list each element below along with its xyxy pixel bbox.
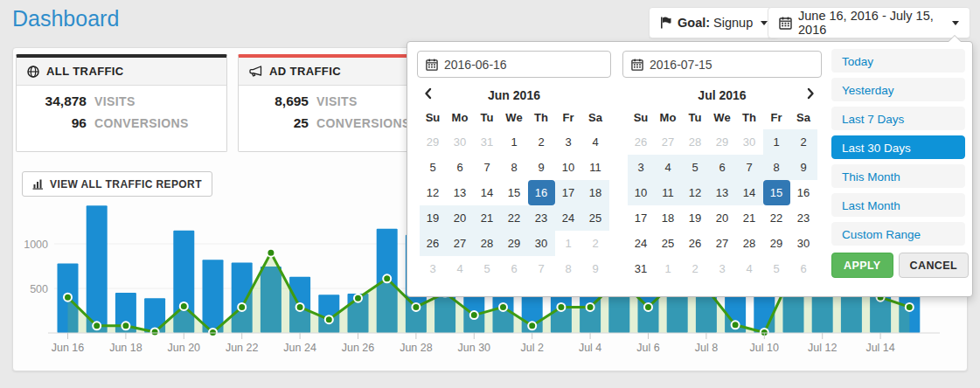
next-month-icon[interactable]: [807, 87, 815, 100]
calendar-day[interactable]: 28: [682, 129, 709, 155]
calendar-day[interactable]: 4: [582, 129, 609, 155]
calendar-day[interactable]: 13: [447, 180, 474, 205]
calendar-day[interactable]: 22: [501, 205, 528, 231]
calendar-day[interactable]: 24: [555, 205, 582, 231]
calendar-day[interactable]: 31: [628, 256, 655, 281]
calendar-day[interactable]: 18: [582, 180, 609, 205]
calendar-day[interactable]: 7: [474, 155, 501, 180]
calendar-day[interactable]: 1: [555, 231, 582, 256]
calendar-day-selected[interactable]: 15: [763, 180, 790, 205]
calendar-day[interactable]: 7: [736, 155, 763, 180]
calendar-day[interactable]: 25: [582, 205, 609, 231]
calendar-day[interactable]: 28: [736, 231, 763, 256]
calendar-day[interactable]: 11: [655, 180, 682, 205]
range-item-this-month[interactable]: This Month: [831, 164, 965, 188]
calendar-day[interactable]: 7: [528, 256, 555, 281]
calendar-day[interactable]: 29: [709, 129, 736, 155]
calendar-day[interactable]: 24: [628, 231, 655, 256]
view-all-traffic-report-button[interactable]: VIEW ALL TRAFFIC REPORT: [22, 171, 212, 197]
prev-month-icon[interactable]: [424, 87, 432, 100]
calendar-day[interactable]: 5: [474, 256, 501, 281]
range-item-today[interactable]: Today: [831, 49, 965, 73]
calendar-day[interactable]: 10: [555, 155, 582, 180]
calendar-day[interactable]: 12: [420, 180, 447, 205]
calendar-day[interactable]: 4: [655, 155, 682, 180]
calendar-day[interactable]: 8: [555, 256, 582, 281]
range-item-last-7-days[interactable]: Last 7 Days: [831, 107, 965, 130]
calendar-day[interactable]: 6: [709, 155, 736, 180]
calendar-day[interactable]: 4: [447, 256, 474, 281]
calendar-day[interactable]: 5: [682, 155, 709, 180]
calendar-day[interactable]: 6: [447, 155, 474, 180]
calendar-day[interactable]: 2: [682, 256, 709, 281]
calendar-day[interactable]: 3: [628, 155, 655, 180]
calendar-day[interactable]: 23: [528, 205, 555, 231]
calendar-day[interactable]: 30: [736, 129, 763, 155]
calendar-day[interactable]: 18: [655, 205, 682, 231]
calendar-day[interactable]: 25: [655, 231, 682, 256]
calendar-day[interactable]: 27: [709, 231, 736, 256]
calendar-day[interactable]: 20: [709, 205, 736, 231]
calendar-day[interactable]: 27: [447, 231, 474, 256]
range-item-last-30-days[interactable]: Last 30 Days: [831, 135, 965, 159]
calendar-day[interactable]: 19: [682, 205, 709, 231]
calendar-day[interactable]: 5: [420, 155, 447, 180]
calendar-day[interactable]: 30: [447, 129, 474, 155]
calendar-day[interactable]: 23: [790, 205, 817, 231]
calendar-day[interactable]: 26: [682, 231, 709, 256]
calendar-day[interactable]: 21: [736, 205, 763, 231]
calendar-day[interactable]: 29: [420, 129, 447, 155]
calendar-day[interactable]: 16: [790, 180, 817, 205]
calendar-day[interactable]: 20: [447, 205, 474, 231]
calendar-day[interactable]: 30: [528, 231, 555, 256]
calendar-day[interactable]: 9: [528, 155, 555, 180]
calendar-day[interactable]: 31: [474, 129, 501, 155]
calendar-day[interactable]: 21: [474, 205, 501, 231]
calendar-day[interactable]: 6: [501, 256, 528, 281]
calendar-day[interactable]: 2: [582, 231, 609, 256]
calendar-day[interactable]: 5: [763, 256, 790, 281]
calendar-day[interactable]: 1: [501, 129, 528, 155]
cancel-button[interactable]: CANCEL: [899, 253, 969, 278]
goal-dropdown-button[interactable]: Goal: Signup: [649, 7, 779, 38]
calendar-day[interactable]: 9: [790, 155, 817, 180]
calendar-day[interactable]: 3: [555, 129, 582, 155]
calendar-day[interactable]: 1: [763, 129, 790, 155]
calendar-day[interactable]: 27: [655, 129, 682, 155]
calendar-day[interactable]: 19: [420, 205, 447, 231]
range-item-yesterday[interactable]: Yesterday: [831, 78, 965, 101]
date-range-button[interactable]: June 16, 2016 - July 15, 2016: [768, 7, 970, 38]
calendar-day[interactable]: 2: [790, 129, 817, 155]
calendar-day[interactable]: 10: [628, 180, 655, 205]
calendar-day[interactable]: 8: [763, 155, 790, 180]
range-item-custom-range[interactable]: Custom Range: [831, 222, 965, 246]
calendar-day[interactable]: 8: [501, 155, 528, 180]
calendar-day[interactable]: 17: [555, 180, 582, 205]
calendar-day[interactable]: 29: [501, 231, 528, 256]
calendar-day[interactable]: 12: [682, 180, 709, 205]
calendar-day[interactable]: 4: [736, 256, 763, 281]
calendar-day[interactable]: 14: [736, 180, 763, 205]
calendar-day[interactable]: 30: [790, 231, 817, 256]
calendar-day[interactable]: 14: [474, 180, 501, 205]
calendar-day[interactable]: 15: [501, 180, 528, 205]
calendar-day-selected[interactable]: 16: [528, 180, 555, 205]
calendar-day[interactable]: 6: [790, 256, 817, 281]
apply-button[interactable]: APPLY: [831, 253, 893, 278]
calendar-day[interactable]: 3: [420, 256, 447, 281]
calendar-day[interactable]: 17: [628, 205, 655, 231]
calendar-day[interactable]: 13: [709, 180, 736, 205]
calendar-day[interactable]: 9: [582, 256, 609, 281]
calendar-day[interactable]: 22: [763, 205, 790, 231]
range-item-last-month[interactable]: Last Month: [831, 193, 965, 217]
calendar-day[interactable]: 26: [420, 231, 447, 256]
calendar-day[interactable]: 3: [709, 256, 736, 281]
calendar-day[interactable]: 2: [528, 129, 555, 155]
calendar-day[interactable]: 26: [628, 129, 655, 155]
calendar-day[interactable]: 11: [582, 155, 609, 180]
start-date-input[interactable]: [444, 58, 602, 72]
calendar-day[interactable]: 1: [655, 256, 682, 281]
calendar-day[interactable]: 28: [474, 231, 501, 256]
end-date-input[interactable]: [650, 58, 813, 72]
calendar-day[interactable]: 29: [763, 231, 790, 256]
